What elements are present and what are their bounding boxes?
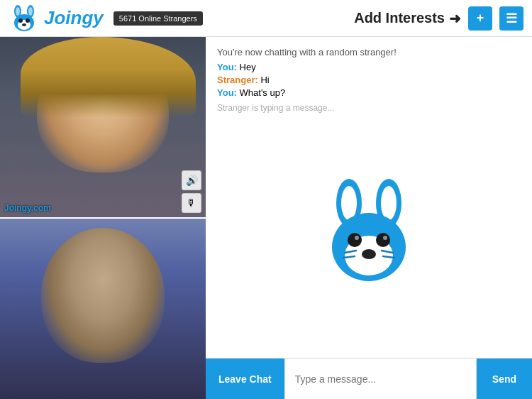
message-text: Hey	[240, 62, 256, 72]
svg-point-6	[18, 18, 23, 23]
you-label: You:	[217, 87, 237, 98]
chat-messages: You're now chatting with a random strang…	[206, 37, 532, 358]
svg-point-12	[381, 186, 397, 220]
rabbit-mascot	[312, 176, 426, 290]
remote-video-feed	[0, 37, 206, 217]
chat-input-bar: Leave Chat Send	[206, 358, 532, 399]
svg-point-7	[26, 18, 30, 23]
header: Joingy 5671 Online Strangers Add Interes…	[0, 0, 532, 37]
add-interests-button[interactable]: +	[468, 6, 492, 31]
chat-line: Stranger: Hi	[217, 75, 521, 85]
mic-icon: 🎙	[187, 197, 196, 209]
svg-point-17	[376, 233, 390, 247]
speaker-button[interactable]: 🔊	[182, 170, 201, 190]
svg-point-10	[341, 186, 357, 220]
svg-point-3	[28, 7, 33, 16]
logo-area: Joingy 5671 Online Strangers	[9, 3, 203, 34]
arrow-icon: ➜	[449, 10, 461, 27]
system-message: You're now chatting with a random strang…	[217, 47, 521, 58]
message-text: What's up?	[240, 87, 286, 98]
svg-point-15	[348, 233, 362, 247]
svg-point-18	[383, 236, 387, 240]
you-label: You:	[217, 62, 237, 72]
video-watermark: Joingy.com	[4, 203, 51, 213]
leave-chat-button[interactable]: Leave Chat	[206, 359, 284, 399]
chat-line: You: Hey	[217, 62, 521, 72]
speaker-icon: 🔊	[186, 175, 198, 186]
video-controls: 🔊 🎙	[182, 170, 201, 213]
header-right: Add Interests ➜ + ☰	[354, 6, 523, 31]
typing-indicator: Stranger is typing a message...	[217, 103, 521, 113]
logo-text: Joingy	[44, 7, 104, 29]
svg-point-2	[16, 7, 20, 16]
chat-panel: You're now chatting with a random strang…	[206, 37, 532, 399]
mascot-area	[217, 113, 521, 352]
local-video	[0, 217, 206, 399]
add-interests-label: Add Interests ➜	[354, 10, 461, 27]
mic-button[interactable]: 🎙	[182, 193, 201, 213]
video-panel: Joingy.com 🔊 🎙	[0, 37, 206, 399]
online-badge: 5671 Online Strangers	[113, 11, 203, 26]
send-button[interactable]: Send	[477, 359, 532, 399]
stranger-label: Stranger:	[217, 75, 258, 85]
remote-video: Joingy.com 🔊 🎙	[0, 37, 206, 217]
logo-icon	[9, 3, 40, 34]
main-layout: Joingy.com 🔊 🎙 You're now chatting with …	[0, 37, 532, 399]
svg-point-16	[355, 236, 359, 240]
svg-point-8	[22, 23, 26, 26]
message-input[interactable]	[284, 359, 477, 399]
chat-line: You: What's up?	[217, 87, 521, 98]
local-video-feed	[0, 219, 206, 399]
svg-point-19	[362, 249, 376, 259]
message-text: Hi	[260, 75, 269, 85]
menu-button[interactable]: ☰	[499, 6, 523, 31]
